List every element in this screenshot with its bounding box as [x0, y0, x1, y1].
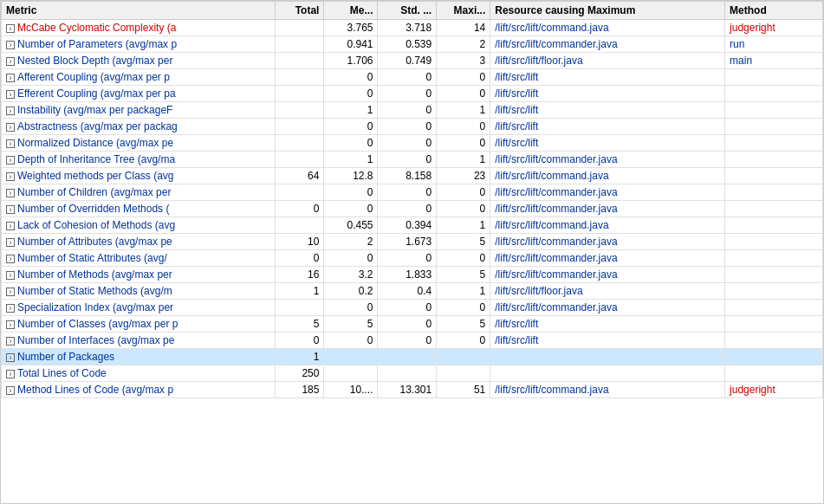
expand-icon[interactable]: › [6, 24, 15, 33]
expand-icon[interactable]: › [6, 205, 15, 214]
expand-icon[interactable]: › [6, 41, 15, 49]
resource-cell[interactable]: /lift/src/lift/commander.java [490, 234, 725, 250]
metric-name-cell[interactable]: ›Abstractness (avg/max per packag [2, 119, 276, 135]
metric-name-cell[interactable]: ›Number of Overridden Methods ( [2, 201, 276, 217]
metric-name-cell[interactable]: ›Method Lines of Code (avg/max p [2, 382, 276, 398]
resource-cell[interactable]: /lift/src/lift/command.java [490, 168, 725, 184]
col-header-resource[interactable]: Resource causing Maximum [490, 2, 725, 20]
metric-name-cell[interactable]: ›Depth of Inheritance Tree (avg/ma [2, 152, 276, 168]
expand-icon[interactable]: › [6, 271, 15, 280]
expand-icon[interactable]: › [6, 320, 15, 329]
expand-icon[interactable]: › [6, 238, 15, 247]
method-cell[interactable] [725, 119, 823, 135]
metric-name-cell[interactable]: ›Normalized Distance (avg/max pe [2, 135, 276, 152]
metric-name-cell[interactable]: ›Instability (avg/max per packageF [2, 102, 276, 119]
expand-icon[interactable]: › [6, 139, 15, 148]
resource-cell[interactable]: /lift/src/lift/commander.java [490, 201, 725, 217]
metric-name-cell[interactable]: ›Nested Block Depth (avg/max per [2, 53, 276, 69]
method-cell[interactable] [725, 184, 823, 201]
method-cell[interactable] [725, 69, 823, 86]
expand-icon[interactable]: › [6, 90, 15, 99]
resource-cell[interactable]: /lift/src/lift/commander.java [490, 267, 725, 283]
metric-name-cell[interactable]: ›Number of Static Attributes (avg/ [2, 250, 276, 267]
expand-icon[interactable]: › [6, 123, 15, 132]
metrics-table-container[interactable]: Metric Total Me... Std. ... Maxi... Reso… [0, 0, 824, 504]
resource-cell[interactable]: /lift/src/lift [490, 333, 725, 349]
metric-name-cell[interactable]: ›Number of Classes (avg/max per p [2, 316, 276, 333]
resource-cell[interactable]: /lift/src/lift [490, 135, 725, 152]
method-cell[interactable] [725, 300, 823, 316]
metric-name-cell[interactable]: ›Lack of Cohesion of Methods (avg [2, 217, 276, 234]
resource-cell[interactable]: /lift/src/lift/commander.java [490, 300, 725, 316]
resource-cell[interactable]: /lift/src/lift [490, 102, 725, 119]
resource-cell[interactable]: /lift/src/lift/command.java [490, 217, 725, 234]
method-cell[interactable] [725, 102, 823, 119]
resource-cell[interactable]: /lift/src/lift/commander.java [490, 152, 725, 168]
metric-name-cell[interactable]: ›Efferent Coupling (avg/max per pa [2, 86, 276, 102]
resource-cell[interactable]: /lift/src/lift [490, 69, 725, 86]
resource-cell[interactable]: /lift/src/lift/commander.java [490, 250, 725, 267]
expand-icon[interactable]: › [6, 353, 15, 362]
expand-icon[interactable]: › [6, 172, 15, 181]
metric-name-cell[interactable]: ›Number of Children (avg/max per [2, 184, 276, 201]
col-header-maxi[interactable]: Maxi... [437, 2, 490, 20]
expand-icon[interactable]: › [6, 156, 15, 165]
col-header-method[interactable]: Method [725, 2, 823, 20]
method-cell[interactable]: judgeright [725, 20, 823, 36]
expand-icon[interactable]: › [6, 370, 15, 378]
resource-cell[interactable]: /lift/src/lift/commander.java [490, 184, 725, 201]
resource-cell[interactable]: /lift/src/lift/floor.java [490, 283, 725, 300]
method-cell[interactable] [725, 283, 823, 300]
expand-icon[interactable]: › [6, 189, 15, 197]
method-cell[interactable] [725, 201, 823, 217]
metric-name-cell[interactable]: ›Number of Packages [2, 349, 276, 365]
method-cell[interactable] [725, 365, 823, 382]
method-cell[interactable] [725, 217, 823, 234]
expand-icon[interactable]: › [6, 386, 15, 395]
col-header-me[interactable]: Me... [324, 2, 378, 20]
expand-icon[interactable]: › [6, 255, 15, 263]
metric-name-cell[interactable]: ›Specialization Index (avg/max per [2, 300, 276, 316]
col-header-total[interactable]: Total [276, 2, 324, 20]
metric-name-cell[interactable]: ›Number of Methods (avg/max per [2, 267, 276, 283]
method-cell[interactable] [725, 349, 823, 365]
method-cell[interactable] [725, 168, 823, 184]
expand-icon[interactable]: › [6, 337, 15, 346]
expand-icon[interactable]: › [6, 57, 15, 66]
resource-cell[interactable] [490, 365, 725, 382]
method-cell[interactable] [725, 152, 823, 168]
metric-name-cell[interactable]: ›Afferent Coupling (avg/max per p [2, 69, 276, 86]
resource-cell[interactable]: /lift/src/lift/command.java [490, 382, 725, 398]
method-cell[interactable] [725, 86, 823, 102]
method-cell[interactable]: run [725, 36, 823, 53]
method-cell[interactable] [725, 135, 823, 152]
metric-name-cell[interactable]: ›Number of Interfaces (avg/max pe [2, 333, 276, 349]
expand-icon[interactable]: › [6, 288, 15, 296]
metric-name-cell[interactable]: ›Total Lines of Code [2, 365, 276, 382]
method-cell[interactable] [725, 316, 823, 333]
col-header-metric[interactable]: Metric [2, 2, 276, 20]
metric-name-cell[interactable]: ›Weighted methods per Class (avg [2, 168, 276, 184]
resource-cell[interactable]: /lift/src/lift [490, 86, 725, 102]
method-cell[interactable] [725, 250, 823, 267]
metric-name-cell[interactable]: ›Number of Static Methods (avg/m [2, 283, 276, 300]
metric-name-cell[interactable]: ›Number of Attributes (avg/max pe [2, 234, 276, 250]
method-cell[interactable] [725, 234, 823, 250]
method-cell[interactable] [725, 333, 823, 349]
method-cell[interactable]: judgeright [725, 382, 823, 398]
resource-cell[interactable]: /lift/src/lift/floor.java [490, 53, 725, 69]
expand-icon[interactable]: › [6, 107, 15, 115]
expand-icon[interactable]: › [6, 74, 15, 82]
resource-cell[interactable] [490, 349, 725, 365]
resource-cell[interactable]: /lift/src/lift [490, 316, 725, 333]
resource-cell[interactable]: /lift/src/lift [490, 119, 725, 135]
method-cell[interactable] [725, 267, 823, 283]
method-cell[interactable]: main [725, 53, 823, 69]
col-header-std[interactable]: Std. ... [378, 2, 437, 20]
resource-cell[interactable]: /lift/src/lift/commander.java [490, 36, 725, 53]
metric-name-cell[interactable]: ›McCabe Cyclomatic Complexity (a [2, 20, 276, 36]
expand-icon[interactable]: › [6, 222, 15, 230]
resource-cell[interactable]: /lift/src/lift/command.java [490, 20, 725, 36]
expand-icon[interactable]: › [6, 304, 15, 313]
metric-name-cell[interactable]: ›Number of Parameters (avg/max p [2, 36, 276, 53]
